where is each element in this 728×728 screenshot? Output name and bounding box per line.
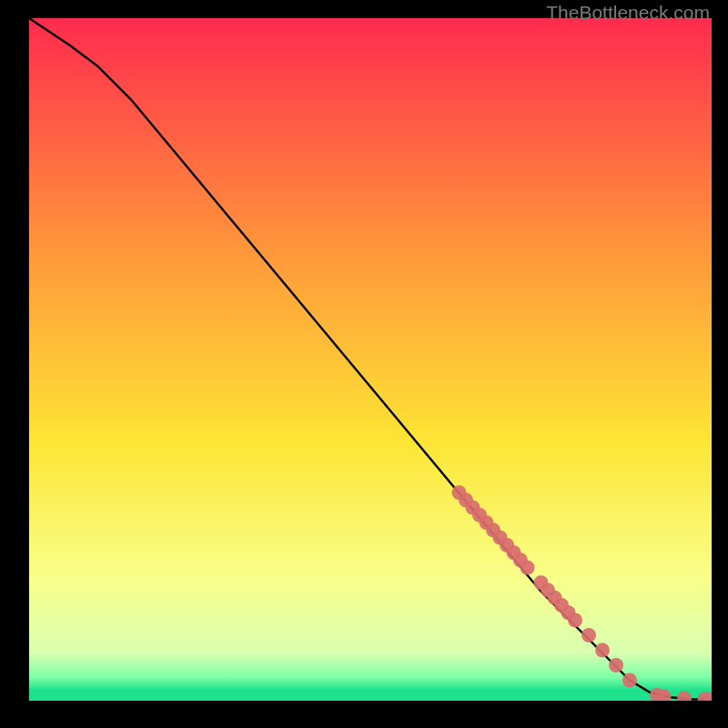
marker-point <box>609 658 623 672</box>
marker-point <box>521 561 535 575</box>
chart-svg <box>29 18 712 701</box>
marker-point <box>595 643 610 658</box>
marker-point <box>581 628 596 642</box>
gradient-background <box>29 18 712 701</box>
marker-point <box>622 673 637 688</box>
watermark-text: TheBottleneck.com <box>546 2 710 24</box>
chart-frame <box>29 18 712 701</box>
marker-point <box>568 613 582 628</box>
